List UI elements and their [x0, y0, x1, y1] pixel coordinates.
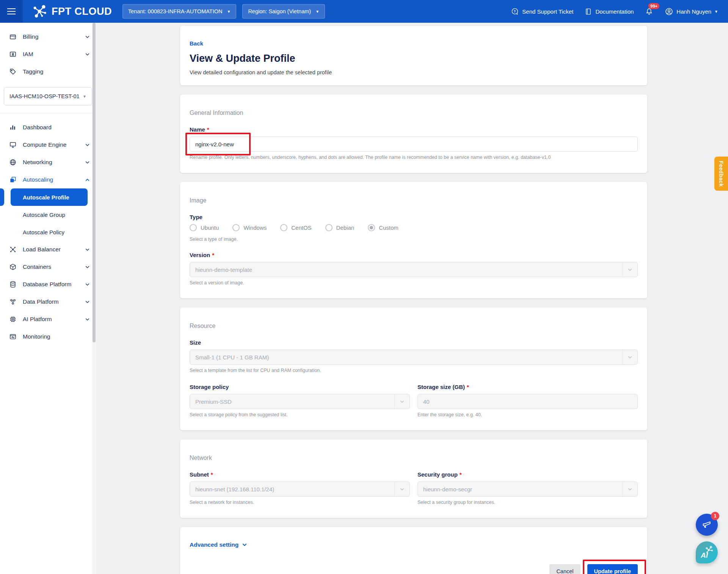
security-group-select[interactable]: hieunn-demo-secgr: [417, 481, 638, 497]
sidebar-subitem-autoscale-group[interactable]: Autoscale Group: [0, 206, 96, 223]
radio-windows[interactable]: Windows: [232, 224, 267, 231]
documentation-link[interactable]: Documentation: [585, 8, 634, 16]
sidebar-item-label: Compute Engine: [23, 141, 85, 148]
version-help-text: Select a version of image.: [190, 280, 638, 285]
notification-count-badge: 99+: [648, 3, 659, 9]
tagging-icon: [9, 68, 17, 75]
version-select[interactable]: hieunn-demo-template: [190, 262, 638, 277]
sidebar-item-compute-engine[interactable]: Compute Engine: [0, 136, 96, 154]
resource-card: Resource Size Small-1 (1 CPU - 1 GB RAM)…: [180, 307, 647, 430]
sidebar-item-label: Autoscale Profile: [23, 194, 69, 201]
notifications-button[interactable]: 99+: [645, 7, 653, 16]
size-help-text: Select a template from the list for CPU …: [190, 368, 638, 373]
sidebar-item-label: Dashboard: [23, 124, 90, 131]
image-card: Image Type Ubuntu Windows CentOS: [180, 182, 647, 298]
sidebar: Billing IAM Tagging: [0, 23, 96, 574]
radio-ubuntu[interactable]: Ubuntu: [190, 224, 219, 231]
announcement-count-badge: 1: [711, 512, 719, 520]
tenant-dropdown[interactable]: Tenant: 000823-INFRA-AUTOMATION ▼: [122, 4, 236, 19]
hamburger-menu-button[interactable]: [0, 0, 23, 23]
size-select[interactable]: Small-1 (1 CPU - 1 GB RAM): [190, 350, 638, 365]
select-value: hieunn-demo-template: [190, 267, 257, 273]
radio-circle-icon: [325, 224, 333, 231]
sidebar-item-load-balancer[interactable]: Load Balancer: [0, 241, 96, 258]
subnet-select[interactable]: hieunn-snet (192.168.110.1/24): [190, 481, 410, 497]
region-dropdown[interactable]: Region: Saigon (Vietnam) ▼: [242, 4, 325, 19]
sidebar-item-database-platform[interactable]: Database Platform: [0, 276, 96, 293]
select-value: Small-1 (1 CPU - 1 GB RAM): [190, 354, 274, 361]
profile-name-input[interactable]: [190, 136, 638, 152]
sidebar-item-label: Load Balancer: [23, 246, 85, 253]
announcements-button[interactable]: 1: [696, 514, 718, 536]
send-support-ticket-label: Send Support Ticket: [522, 8, 573, 15]
ai-assistant-button[interactable]: AI: [696, 541, 718, 563]
chevron-down-icon: ▼: [83, 94, 86, 99]
chevron-down-icon: [242, 542, 247, 547]
sidebar-item-networking[interactable]: Networking: [0, 154, 96, 171]
subnet-field: Subnet * hieunn-snet (192.168.110.1/24) …: [190, 471, 410, 505]
project-selector[interactable]: IAAS-HCM10-OSP-TEST-01 ▼: [4, 87, 92, 105]
hamburger-icon: [7, 11, 16, 12]
database-platform-icon: [9, 281, 17, 288]
feedback-tab[interactable]: Feedback: [714, 157, 728, 191]
sidebar-item-autoscaling[interactable]: Autoscaling: [0, 171, 96, 188]
sidebar-subitem-autoscale-policy[interactable]: Autoscale Policy: [0, 223, 96, 241]
sidebar-item-monitoring[interactable]: Monitoring: [0, 328, 96, 345]
sidebar-item-data-platform[interactable]: Data Platform: [0, 293, 96, 311]
chevron-down-icon: [85, 143, 90, 147]
radio-label: Ubuntu: [201, 224, 219, 231]
sidebar-item-label: Autoscale Policy: [23, 229, 64, 235]
section-heading: Resource: [190, 323, 638, 329]
chevron-down-icon: ▼: [315, 9, 319, 14]
required-asterisk: *: [207, 126, 209, 133]
storage-policy-help-text: Select a storage policy from the suggest…: [190, 412, 410, 417]
cancel-button[interactable]: Cancel: [549, 564, 580, 574]
sidebar-item-containers[interactable]: Containers: [0, 258, 96, 276]
documentation-book-icon: [585, 8, 592, 16]
radio-custom-selected[interactable]: Custom: [368, 224, 399, 231]
storage-policy-select[interactable]: Premium-SSD: [190, 394, 410, 409]
project-name: IAAS-HCM10-OSP-TEST-01: [9, 93, 80, 99]
sidebar-item-iam[interactable]: IAM: [0, 45, 96, 63]
sidebar-item-label: AI Platform: [23, 316, 85, 323]
security-group-field: Security group * hieunn-demo-secgr Selec…: [417, 471, 638, 505]
size-label: Size: [190, 339, 638, 346]
section-heading: General Information: [190, 110, 638, 116]
megaphone-icon: [701, 519, 712, 530]
fpt-logo-icon: [32, 4, 48, 19]
sidebar-scrollbar[interactable]: [92, 23, 96, 574]
required-asterisk: *: [467, 384, 469, 390]
sidebar-item-tagging[interactable]: Tagging: [0, 63, 96, 80]
radio-circle-icon: [232, 224, 240, 231]
sidebar-item-ai-platform[interactable]: AI Platform: [0, 311, 96, 328]
sidebar-item-dashboard[interactable]: Dashboard: [0, 119, 96, 136]
page-header-card: Back View & Update Profile View detailed…: [180, 26, 647, 85]
user-menu[interactable]: Hanh Nguyen ▼: [665, 7, 718, 16]
sidebar-item-billing[interactable]: Billing: [0, 28, 96, 45]
autoscaling-icon: [9, 176, 17, 183]
page-subtitle: View detailed configuration and update t…: [190, 69, 638, 75]
update-profile-button[interactable]: Update profile: [587, 564, 638, 574]
advanced-setting-toggle[interactable]: Advanced setting: [190, 541, 247, 548]
sidebar-subitem-autoscale-profile[interactable]: Autoscale Profile: [11, 188, 88, 206]
radio-circle-icon: [280, 224, 287, 231]
networking-icon: [9, 158, 17, 166]
chevron-down-icon: [85, 52, 90, 57]
top-navigation-bar: FPT CLOUD Tenant: 000823-INFRA-AUTOMATIO…: [0, 0, 728, 23]
storage-size-help-text: Enter the storage size, e.g. 40.: [417, 412, 638, 417]
radio-centos[interactable]: CentOS: [280, 224, 311, 231]
brand-logo[interactable]: FPT CLOUD: [32, 4, 112, 19]
chevron-down-icon: [85, 247, 90, 252]
monitoring-icon: [9, 333, 17, 340]
ai-label: AI: [701, 551, 708, 560]
sidebar-item-label: IAM: [23, 51, 85, 58]
chevron-down-icon: ▼: [227, 9, 231, 14]
topbar-actions: ? Send Support Ticket Documentation 99+: [511, 7, 718, 16]
storage-size-input[interactable]: [417, 394, 638, 409]
scrollbar-thumb[interactable]: [93, 23, 96, 342]
radio-debian[interactable]: Debian: [325, 224, 355, 231]
sidebar-item-label: Autoscaling: [23, 176, 85, 183]
svg-text:?: ?: [514, 9, 516, 13]
back-link[interactable]: Back: [190, 40, 203, 47]
send-support-ticket-link[interactable]: ? Send Support Ticket: [511, 8, 573, 16]
